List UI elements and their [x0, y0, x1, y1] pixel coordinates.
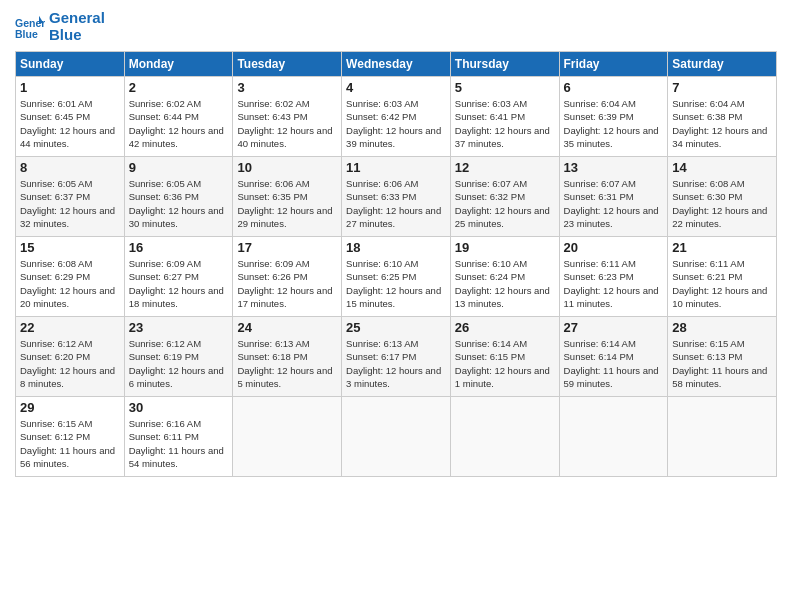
calendar-week-row: 15 Sunrise: 6:08 AM Sunset: 6:29 PM Dayl… — [16, 237, 777, 317]
header: General Blue General Blue — [15, 10, 777, 43]
day-number: 4 — [346, 80, 446, 95]
day-number: 9 — [129, 160, 229, 175]
calendar-body: 1 Sunrise: 6:01 AM Sunset: 6:45 PM Dayli… — [16, 77, 777, 477]
calendar-header: SundayMondayTuesdayWednesdayThursdayFrid… — [16, 52, 777, 77]
calendar-cell: 5 Sunrise: 6:03 AM Sunset: 6:41 PM Dayli… — [450, 77, 559, 157]
day-info: Sunrise: 6:09 AM Sunset: 6:27 PM Dayligh… — [129, 257, 229, 310]
weekday-header: Saturday — [668, 52, 777, 77]
day-info: Sunrise: 6:13 AM Sunset: 6:18 PM Dayligh… — [237, 337, 337, 390]
day-number: 12 — [455, 160, 555, 175]
day-number: 7 — [672, 80, 772, 95]
calendar-cell: 2 Sunrise: 6:02 AM Sunset: 6:44 PM Dayli… — [124, 77, 233, 157]
calendar-cell: 6 Sunrise: 6:04 AM Sunset: 6:39 PM Dayli… — [559, 77, 668, 157]
calendar-cell: 7 Sunrise: 6:04 AM Sunset: 6:38 PM Dayli… — [668, 77, 777, 157]
weekday-header: Thursday — [450, 52, 559, 77]
calendar-cell: 16 Sunrise: 6:09 AM Sunset: 6:27 PM Dayl… — [124, 237, 233, 317]
calendar-cell: 24 Sunrise: 6:13 AM Sunset: 6:18 PM Dayl… — [233, 317, 342, 397]
day-number: 26 — [455, 320, 555, 335]
day-info: Sunrise: 6:15 AM Sunset: 6:12 PM Dayligh… — [20, 417, 120, 470]
day-number: 16 — [129, 240, 229, 255]
day-info: Sunrise: 6:07 AM Sunset: 6:31 PM Dayligh… — [564, 177, 664, 230]
day-info: Sunrise: 6:16 AM Sunset: 6:11 PM Dayligh… — [129, 417, 229, 470]
calendar-cell: 9 Sunrise: 6:05 AM Sunset: 6:36 PM Dayli… — [124, 157, 233, 237]
calendar-cell: 26 Sunrise: 6:14 AM Sunset: 6:15 PM Dayl… — [450, 317, 559, 397]
day-info: Sunrise: 6:14 AM Sunset: 6:15 PM Dayligh… — [455, 337, 555, 390]
calendar-cell: 27 Sunrise: 6:14 AM Sunset: 6:14 PM Dayl… — [559, 317, 668, 397]
calendar-week-row: 29 Sunrise: 6:15 AM Sunset: 6:12 PM Dayl… — [16, 397, 777, 477]
svg-text:Blue: Blue — [15, 27, 38, 39]
calendar-cell: 28 Sunrise: 6:15 AM Sunset: 6:13 PM Dayl… — [668, 317, 777, 397]
day-info: Sunrise: 6:08 AM Sunset: 6:30 PM Dayligh… — [672, 177, 772, 230]
main-container: General Blue General Blue SundayMondayTu… — [0, 0, 792, 487]
day-number: 13 — [564, 160, 664, 175]
day-info: Sunrise: 6:09 AM Sunset: 6:26 PM Dayligh… — [237, 257, 337, 310]
calendar-cell: 11 Sunrise: 6:06 AM Sunset: 6:33 PM Dayl… — [342, 157, 451, 237]
day-info: Sunrise: 6:14 AM Sunset: 6:14 PM Dayligh… — [564, 337, 664, 390]
calendar-week-row: 8 Sunrise: 6:05 AM Sunset: 6:37 PM Dayli… — [16, 157, 777, 237]
weekday-header: Tuesday — [233, 52, 342, 77]
calendar-cell — [559, 397, 668, 477]
day-number: 20 — [564, 240, 664, 255]
day-info: Sunrise: 6:10 AM Sunset: 6:24 PM Dayligh… — [455, 257, 555, 310]
calendar-cell: 13 Sunrise: 6:07 AM Sunset: 6:31 PM Dayl… — [559, 157, 668, 237]
day-number: 23 — [129, 320, 229, 335]
calendar-cell: 4 Sunrise: 6:03 AM Sunset: 6:42 PM Dayli… — [342, 77, 451, 157]
calendar-cell: 15 Sunrise: 6:08 AM Sunset: 6:29 PM Dayl… — [16, 237, 125, 317]
calendar-cell — [342, 397, 451, 477]
day-number: 25 — [346, 320, 446, 335]
day-info: Sunrise: 6:07 AM Sunset: 6:32 PM Dayligh… — [455, 177, 555, 230]
day-number: 21 — [672, 240, 772, 255]
day-info: Sunrise: 6:10 AM Sunset: 6:25 PM Dayligh… — [346, 257, 446, 310]
day-number: 10 — [237, 160, 337, 175]
day-number: 19 — [455, 240, 555, 255]
day-info: Sunrise: 6:06 AM Sunset: 6:33 PM Dayligh… — [346, 177, 446, 230]
day-number: 30 — [129, 400, 229, 415]
weekday-row: SundayMondayTuesdayWednesdayThursdayFrid… — [16, 52, 777, 77]
calendar-cell — [450, 397, 559, 477]
day-info: Sunrise: 6:08 AM Sunset: 6:29 PM Dayligh… — [20, 257, 120, 310]
day-number: 11 — [346, 160, 446, 175]
day-info: Sunrise: 6:05 AM Sunset: 6:36 PM Dayligh… — [129, 177, 229, 230]
day-info: Sunrise: 6:03 AM Sunset: 6:41 PM Dayligh… — [455, 97, 555, 150]
day-number: 15 — [20, 240, 120, 255]
day-info: Sunrise: 6:02 AM Sunset: 6:43 PM Dayligh… — [237, 97, 337, 150]
calendar-cell: 3 Sunrise: 6:02 AM Sunset: 6:43 PM Dayli… — [233, 77, 342, 157]
logo-general: General — [49, 10, 105, 27]
day-info: Sunrise: 6:02 AM Sunset: 6:44 PM Dayligh… — [129, 97, 229, 150]
day-info: Sunrise: 6:12 AM Sunset: 6:19 PM Dayligh… — [129, 337, 229, 390]
calendar-cell: 20 Sunrise: 6:11 AM Sunset: 6:23 PM Dayl… — [559, 237, 668, 317]
day-number: 3 — [237, 80, 337, 95]
weekday-header: Friday — [559, 52, 668, 77]
calendar-cell: 1 Sunrise: 6:01 AM Sunset: 6:45 PM Dayli… — [16, 77, 125, 157]
calendar-cell: 17 Sunrise: 6:09 AM Sunset: 6:26 PM Dayl… — [233, 237, 342, 317]
day-number: 8 — [20, 160, 120, 175]
calendar-cell: 23 Sunrise: 6:12 AM Sunset: 6:19 PM Dayl… — [124, 317, 233, 397]
calendar-table: SundayMondayTuesdayWednesdayThursdayFrid… — [15, 51, 777, 477]
calendar-cell: 21 Sunrise: 6:11 AM Sunset: 6:21 PM Dayl… — [668, 237, 777, 317]
day-number: 6 — [564, 80, 664, 95]
calendar-cell — [233, 397, 342, 477]
day-number: 17 — [237, 240, 337, 255]
day-info: Sunrise: 6:11 AM Sunset: 6:23 PM Dayligh… — [564, 257, 664, 310]
day-number: 5 — [455, 80, 555, 95]
logo-blue: Blue — [49, 27, 105, 44]
day-number: 1 — [20, 80, 120, 95]
logo-icon: General Blue — [15, 12, 45, 42]
weekday-header: Wednesday — [342, 52, 451, 77]
weekday-header: Sunday — [16, 52, 125, 77]
calendar-week-row: 22 Sunrise: 6:12 AM Sunset: 6:20 PM Dayl… — [16, 317, 777, 397]
day-info: Sunrise: 6:13 AM Sunset: 6:17 PM Dayligh… — [346, 337, 446, 390]
calendar-week-row: 1 Sunrise: 6:01 AM Sunset: 6:45 PM Dayli… — [16, 77, 777, 157]
day-number: 22 — [20, 320, 120, 335]
calendar-cell — [668, 397, 777, 477]
day-number: 29 — [20, 400, 120, 415]
calendar-cell: 22 Sunrise: 6:12 AM Sunset: 6:20 PM Dayl… — [16, 317, 125, 397]
day-info: Sunrise: 6:11 AM Sunset: 6:21 PM Dayligh… — [672, 257, 772, 310]
calendar-cell: 12 Sunrise: 6:07 AM Sunset: 6:32 PM Dayl… — [450, 157, 559, 237]
day-info: Sunrise: 6:04 AM Sunset: 6:38 PM Dayligh… — [672, 97, 772, 150]
calendar-cell: 10 Sunrise: 6:06 AM Sunset: 6:35 PM Dayl… — [233, 157, 342, 237]
weekday-header: Monday — [124, 52, 233, 77]
calendar-cell: 29 Sunrise: 6:15 AM Sunset: 6:12 PM Dayl… — [16, 397, 125, 477]
day-info: Sunrise: 6:05 AM Sunset: 6:37 PM Dayligh… — [20, 177, 120, 230]
day-number: 2 — [129, 80, 229, 95]
